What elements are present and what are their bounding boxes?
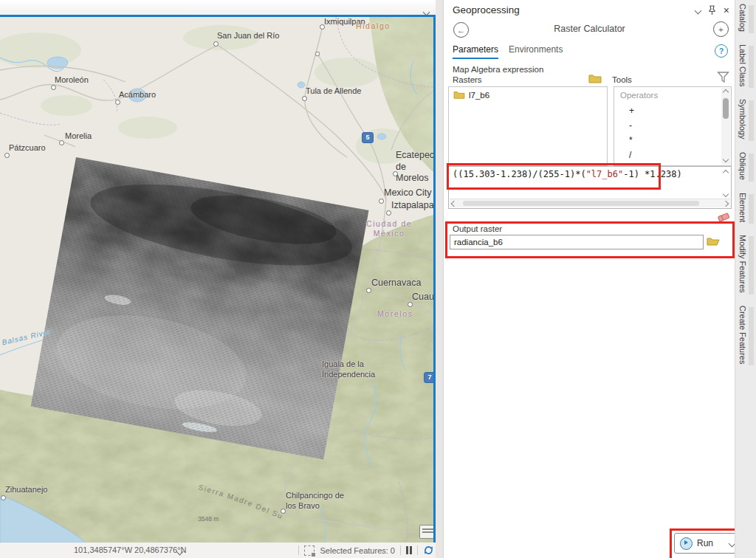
tools-label: Tools [612,75,632,84]
close-icon[interactable]: × [724,6,729,15]
geoprocessing-panel: Geoprocessing × ← Raster Calculator + Pa… [443,0,735,558]
tools-scrollbar[interactable] [721,88,730,165]
run-chevron-down-icon[interactable] [729,539,735,548]
overview-window-icon[interactable] [419,525,433,539]
expression-raster-ref: "l7_b6" [586,169,624,179]
tools-list[interactable]: Operators + - * / [614,86,732,166]
refresh-icon[interactable] [423,545,434,556]
operator-divide[interactable]: / [614,148,731,162]
tool-title: Raster Calculator [444,24,735,34]
expression-hscrollbar[interactable] [450,199,730,207]
filter-icon[interactable] [717,71,729,83]
statusbar-divider [298,545,299,555]
docked-panes-strip: Catalog Label Class Symbology Oblique El… [735,0,756,558]
rasters-label: Rasters [453,75,482,84]
cursor-coordinates[interactable]: 101,3485747°W 20,4867376°N [74,545,187,554]
map-view-title-strip [0,0,436,15]
output-folder-icon[interactable] [707,235,720,247]
map-strip-chevron-down-icon[interactable] [424,4,430,10]
selection-icon[interactable] [304,545,315,556]
add-to-model-icon[interactable]: + [713,21,729,37]
expression-post: -1) *1.238) [623,169,681,179]
output-raster-label: Output raster [453,224,502,233]
selected-features-count: Selected Features: 0 [320,546,395,555]
run-label: Run [697,538,713,548]
side-tab-catalog[interactable]: Catalog [738,4,754,35]
map-statusbar: 101,3485747°W 20,4867376°N Selected Feat… [0,542,443,558]
map-view: Sierra Madre Del Sur Ixmiquilpan Hidalgo… [0,0,436,542]
rasters-folder-icon[interactable] [588,73,602,84]
panel-splitter[interactable] [436,0,443,558]
statusbar-divider [400,545,401,555]
basemap-graphics: Sierra Madre Del Sur [0,17,433,542]
pause-drawing-icon[interactable] [406,546,412,554]
expression-vscrollbar[interactable] [721,169,729,198]
operator-plus[interactable]: + [614,103,731,118]
panel-title: Geoprocessing [453,4,520,16]
raster-list-item[interactable]: l7_b6 [449,87,607,103]
map-canvas[interactable]: Sierra Madre Del Sur Ixmiquilpan Hidalgo… [0,17,433,542]
pin-icon[interactable] [707,5,717,16]
tab-environments[interactable]: Environments [509,44,563,59]
help-icon[interactable]: ? [715,44,728,58]
side-tab-create-features[interactable]: Create Features [738,306,754,367]
expression-text: ((15.303-1.238)/(255-1)*("l7_b6"-1) *1.2… [453,169,719,179]
output-raster-input[interactable] [450,235,704,249]
side-tab-modify-features[interactable]: Modify Features [738,235,754,296]
landsat-raster-layer [31,157,369,460]
expression-input[interactable]: ((15.303-1.238)/(255-1)*("l7_b6"-1) *1.2… [448,166,732,209]
side-tab-label-class[interactable]: Label Class [738,44,754,89]
rasters-list[interactable]: l7_b6 [448,86,608,166]
run-play-icon [680,537,693,550]
statusbar-divider [417,545,418,555]
coordinates-chevron-down-icon[interactable] [177,547,182,556]
expression-pre: ((15.303-1.238)/(255-1)*( [453,169,586,179]
map-algebra-label: Map Algebra expression [453,65,543,74]
operator-minus[interactable]: - [614,118,731,133]
raster-folder-icon [453,90,465,100]
panel-chevron-down-icon[interactable] [695,6,701,15]
side-tab-symbology[interactable]: Symbology [738,99,754,142]
operator-multiply[interactable]: * [614,133,731,148]
run-button[interactable]: Run [674,533,740,554]
eraser-icon[interactable] [717,211,730,223]
operators-group-label: Operators [614,87,731,103]
tab-parameters[interactable]: Parameters [453,44,498,59]
side-tab-oblique[interactable]: Oblique [738,152,754,183]
raster-item-label: l7_b6 [469,91,489,100]
side-tab-element[interactable]: Element [738,193,754,225]
